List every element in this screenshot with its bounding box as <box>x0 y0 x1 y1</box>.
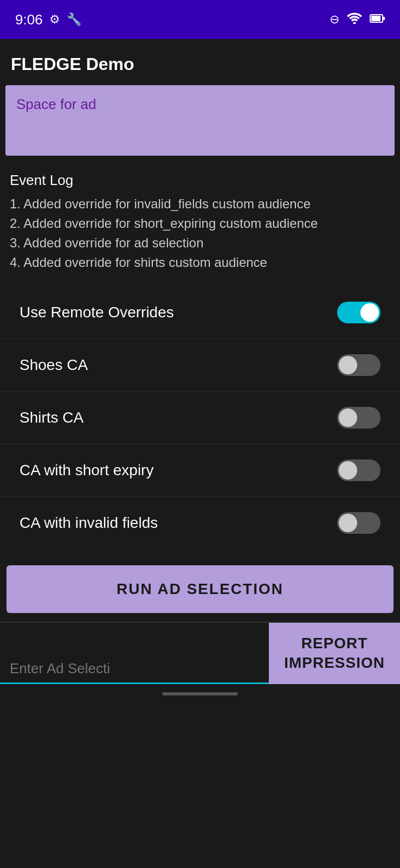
toggle-use-remote-overrides[interactable] <box>337 302 380 323</box>
nav-handle-bar <box>162 692 238 695</box>
ad-selection-input[interactable] <box>10 660 259 677</box>
toggle-label-use-remote-overrides: Use Remote Overrides <box>20 304 174 321</box>
battery-icon <box>370 12 385 27</box>
toggle-shoes-ca[interactable] <box>337 354 380 376</box>
svg-rect-2 <box>371 16 380 21</box>
app-title: FLEDGE Demo <box>11 54 134 74</box>
status-bar: 9:06 ⚙ 🔧 ⊖ <box>0 0 400 39</box>
toggle-knob-ca-invalid-fields <box>339 514 357 532</box>
settings-icon: ⚙ <box>49 12 60 27</box>
event-log-entry-1: 1. Added override for invalid_fields cus… <box>10 194 390 214</box>
wifi-icon <box>347 12 362 27</box>
svg-point-0 <box>353 22 356 24</box>
toggle-knob-shirts-ca <box>339 409 357 427</box>
toggle-ca-short-expiry[interactable] <box>337 459 380 481</box>
event-log-title: Event Log <box>10 170 390 191</box>
toggle-row-ca-invalid-fields: CA with invalid fields <box>0 496 400 549</box>
do-not-disturb-icon: ⊖ <box>330 12 339 27</box>
toggle-row-use-remote-overrides: Use Remote Overrides <box>0 286 400 339</box>
event-log-entry-4: 4. Added override for shirts custom audi… <box>10 253 390 272</box>
ad-space-text: Space for ad <box>16 96 96 112</box>
toggle-label-shirts-ca: Shirts CA <box>20 409 83 426</box>
run-ad-selection-button[interactable]: RUN AD SELECTION <box>7 565 393 613</box>
toggle-ca-invalid-fields[interactable] <box>337 512 380 534</box>
toggle-label-ca-invalid-fields: CA with invalid fields <box>20 514 158 532</box>
event-log-entry-3: 3. Added override for ad selection <box>10 233 390 253</box>
wrench-icon: 🔧 <box>67 12 81 27</box>
event-log: Event Log 1. Added override for invalid_… <box>0 161 400 281</box>
toggle-section: Use Remote Overrides Shoes CA Shirts CA … <box>0 281 400 554</box>
status-time: 9:06 <box>15 11 43 28</box>
toggle-knob-shoes-ca <box>339 356 357 374</box>
ad-space: Space for ad <box>5 85 395 156</box>
bottom-bar: REPORTIMPRESSION <box>0 622 400 684</box>
event-log-entry-2: 2. Added override for short_expiring cus… <box>10 214 390 233</box>
toggle-row-shoes-ca: Shoes CA <box>0 339 400 391</box>
toggle-label-ca-short-expiry: CA with short expiry <box>20 462 153 479</box>
report-impression-button[interactable]: REPORTIMPRESSION <box>269 623 400 684</box>
status-right: ⊖ <box>330 12 385 27</box>
status-left: 9:06 ⚙ 🔧 <box>15 11 81 28</box>
toggle-label-shoes-ca: Shoes CA <box>20 356 88 374</box>
ad-selection-input-wrap <box>0 623 269 684</box>
toggle-knob-use-remote-overrides <box>360 303 379 322</box>
nav-handle <box>0 684 400 704</box>
toggle-row-shirts-ca: Shirts CA <box>0 391 400 444</box>
toggle-knob-ca-short-expiry <box>339 461 357 480</box>
toggle-row-ca-short-expiry: CA with short expiry <box>0 444 400 496</box>
app-bar: FLEDGE Demo <box>0 39 400 85</box>
svg-rect-3 <box>383 17 385 20</box>
toggle-shirts-ca[interactable] <box>337 407 380 429</box>
